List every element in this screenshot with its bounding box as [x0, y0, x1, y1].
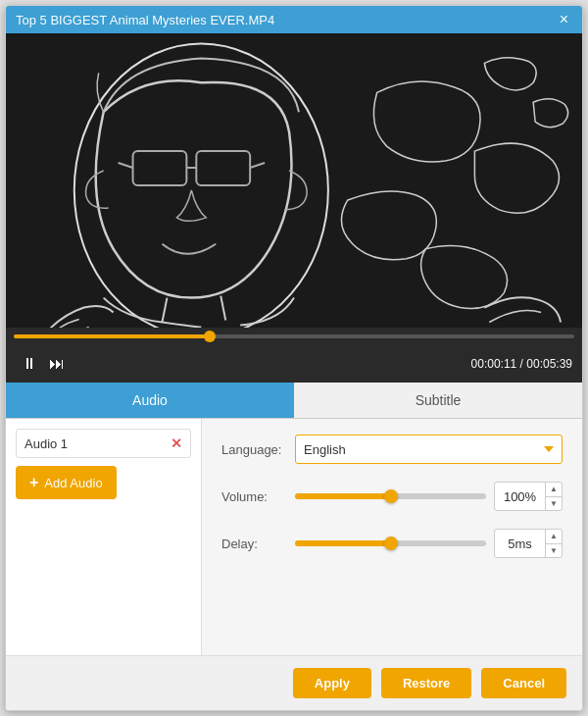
volume-row: Volume: 100% ▲ ▼: [221, 482, 563, 511]
add-audio-button[interactable]: + Add Audio: [16, 466, 117, 499]
language-control: English French Spanish German Chinese Ja…: [295, 435, 563, 464]
volume-thumb: [384, 489, 398, 503]
delay-control: 5ms ▲ ▼: [295, 529, 563, 558]
current-time: 00:00:11: [471, 357, 517, 371]
time-display: 00:00:11 / 00:05:39: [471, 357, 572, 371]
main-window: Top 5 BIGGEST Animal Mysteries EVER.MP4 …: [5, 5, 583, 711]
volume-value: 100%: [495, 489, 545, 504]
delay-value: 5ms: [495, 537, 545, 551]
cancel-button[interactable]: Cancel: [481, 668, 566, 698]
volume-control: 100% ▲ ▼: [295, 482, 563, 511]
progress-bar-container[interactable]: [6, 328, 582, 345]
skip-button[interactable]: ⏭: [43, 355, 71, 373]
total-time: 00:05:39: [526, 357, 572, 371]
window-title: Top 5 BIGGEST Animal Mysteries EVER.MP4: [16, 13, 274, 27]
delay-spinbox[interactable]: 5ms ▲ ▼: [494, 529, 563, 558]
add-audio-label: Add Audio: [44, 476, 102, 490]
pause-button[interactable]: ⏸: [16, 355, 43, 373]
delay-thumb: [384, 537, 398, 550]
tab-subtitle[interactable]: Subtitle: [294, 383, 582, 418]
restore-button[interactable]: Restore: [381, 668, 471, 698]
language-select[interactable]: English French Spanish German Chinese Ja…: [295, 435, 563, 464]
footer: Apply Restore Cancel: [6, 655, 582, 710]
volume-spinbox[interactable]: 100% ▲ ▼: [494, 482, 563, 511]
delay-row: Delay: 5ms ▲ ▼: [221, 529, 563, 558]
audio-list-panel: Audio 1 ✕ + Add Audio: [6, 419, 202, 655]
audio-item-remove-button[interactable]: ✕: [171, 435, 182, 451]
apply-button[interactable]: Apply: [293, 668, 371, 698]
language-label: Language:: [221, 442, 295, 457]
plus-icon: +: [29, 474, 38, 491]
player-controls: ⏸ ⏭ 00:00:11 / 00:05:39: [6, 345, 582, 383]
titlebar: Top 5 BIGGEST Animal Mysteries EVER.MP4 …: [6, 6, 582, 33]
progress-track[interactable]: [14, 334, 574, 338]
tab-bar: Audio Subtitle: [6, 383, 582, 419]
volume-up-button[interactable]: ▲: [546, 483, 562, 497]
content-area: Audio 1 ✕ + Add Audio Language: English …: [6, 419, 582, 655]
progress-fill: [14, 334, 210, 338]
volume-label: Volume:: [221, 489, 295, 504]
delay-down-button[interactable]: ▼: [546, 544, 562, 558]
audio-item[interactable]: Audio 1 ✕: [16, 429, 191, 458]
volume-down-button[interactable]: ▼: [546, 497, 562, 511]
settings-panel: Language: English French Spanish German …: [202, 419, 582, 655]
delay-label: Delay:: [221, 537, 295, 551]
progress-thumb: [204, 331, 216, 342]
language-row: Language: English French Spanish German …: [221, 435, 563, 464]
close-button[interactable]: ×: [556, 10, 572, 29]
video-preview: [6, 33, 582, 328]
svg-rect-0: [6, 34, 582, 328]
volume-slider[interactable]: [295, 493, 486, 499]
delay-up-button[interactable]: ▲: [546, 530, 562, 544]
delay-arrows: ▲ ▼: [545, 530, 562, 557]
volume-arrows: ▲ ▼: [545, 483, 562, 510]
audio-item-label: Audio 1: [24, 436, 68, 451]
tab-audio[interactable]: Audio: [6, 383, 294, 418]
delay-slider[interactable]: [295, 540, 486, 546]
